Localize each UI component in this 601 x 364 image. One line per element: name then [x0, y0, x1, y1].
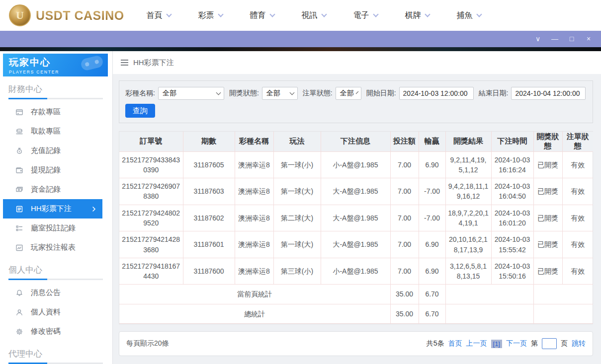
table-footer-bar: 每頁顯示20條 共5条 首页 上一页 [1] 下一页 第 页 跳转 — [119, 331, 593, 356]
draw-status-select[interactable]: 全部 — [262, 87, 298, 100]
summary-amount: 35.00 — [390, 285, 419, 304]
nav-item-slots[interactable]: 電子 — [340, 10, 391, 21]
end-date-label: 結束日期: — [479, 89, 509, 98]
chevron-right-icon — [91, 206, 96, 212]
current-page-badge[interactable]: [1] — [491, 340, 502, 348]
sidebar-item-player-bet-report[interactable]: 玩家投注報表 — [3, 238, 102, 257]
table-row: 215217279433843039031187605澳洲幸运8第一球(小)小-… — [119, 151, 593, 178]
lottery-name-select[interactable]: 全部 — [158, 87, 224, 100]
hand-money-icon — [15, 128, 23, 136]
hamburger-menu-icon[interactable] — [121, 60, 128, 66]
person-icon — [15, 308, 23, 316]
nav-item-sports[interactable]: 體育 — [236, 10, 288, 21]
col-lottery: 彩種名稱 — [235, 132, 273, 151]
col-period: 期數 — [183, 132, 235, 151]
chevron-down-icon — [425, 11, 430, 17]
nav-item-home[interactable]: 首頁 — [133, 10, 184, 21]
table-header-row: 訂單號 期數 彩種名稱 玩法 下注信息 投注額 輸贏 開獎結果 下注時間 開獎狀… — [119, 132, 593, 151]
sidebar-item-announcements[interactable]: 消息公告 — [3, 283, 102, 302]
nav-item-cards[interactable]: 棋牌 — [391, 10, 443, 21]
bets-table: 訂單號 期數 彩種名稱 玩法 下注信息 投注額 輸贏 開獎結果 下注時間 開獎狀… — [119, 132, 593, 324]
sidebar-item-withdraw[interactable]: 取款專區 — [3, 122, 102, 141]
players-center-header: 玩家中心 PLAYERS CENTER — [3, 54, 108, 76]
sidebar-item-fund-records[interactable]: 資金記錄 — [3, 180, 102, 199]
col-result: 開獎結果 — [445, 132, 491, 151]
summary-win-loss: 6.70 — [419, 285, 445, 304]
nav-item-live[interactable]: 視訊 — [288, 10, 340, 21]
chart-report-icon — [15, 244, 23, 252]
window-minimize-icon[interactable]: — — [546, 31, 563, 47]
first-page-link[interactable]: 首页 — [448, 339, 462, 348]
nav-item-fishing[interactable]: 捕魚 — [443, 10, 495, 21]
personal-menu: 消息公告 個人資料 修改密碼 — [0, 283, 112, 341]
sidebar-item-deposit[interactable]: 存款專區 — [3, 102, 102, 122]
deposit-card-icon — [15, 108, 23, 116]
brand-logo[interactable]: U USDT CASINO — [9, 4, 126, 26]
summary-label: 總統計 — [119, 304, 390, 323]
chevron-down-icon — [476, 11, 482, 17]
search-button[interactable]: 查詢 — [125, 104, 155, 118]
col-play: 玩法 — [273, 132, 321, 151]
chevron-down-icon — [269, 11, 275, 17]
col-bet-time: 下注時間 — [491, 132, 533, 151]
pagination: 共5条 首页 上一页 [1] 下一页 第 页 跳转 — [427, 338, 586, 349]
start-date-input[interactable] — [399, 87, 474, 100]
nav-item-lottery[interactable]: 彩票 — [184, 10, 236, 21]
section-agent-center: 代理中心 — [8, 349, 103, 364]
col-order-status: 注單狀態 — [562, 132, 593, 151]
jump-link[interactable]: 跳转 — [572, 339, 586, 348]
finance-menu: 存款專區 取款專區 充值記錄 提現記錄 資金記錄 — [0, 102, 112, 257]
chevron-down-icon — [289, 90, 294, 95]
table-row: 215217279426907838031187603澳洲幸运8第一球(大)大-… — [119, 178, 593, 205]
chevron-down-icon — [216, 90, 221, 95]
window-collapse-icon[interactable]: ∨ — [529, 31, 546, 47]
brand-name: USDT CASINO — [36, 8, 124, 23]
app-window: U USDT CASINO 首頁 彩票 體育 視訊 電子 棋牌 捕魚 ∨ — □… — [0, 0, 601, 364]
sidebar-item-cashout-records[interactable]: 提現記錄 — [3, 160, 102, 180]
banknotes-icon — [15, 186, 23, 194]
page-suffix-text: 页 — [561, 339, 568, 348]
sidebar: 玩家中心 PLAYERS CENTER 財務中心 存款專區 — [0, 51, 113, 364]
col-draw-status: 開獎狀態 — [533, 132, 562, 151]
checklist-icon — [15, 224, 23, 232]
sidebar-item-change-password[interactable]: 修改密碼 — [3, 322, 102, 341]
summary-amount: 35.00 — [390, 304, 419, 323]
sidebar-item-hh-lottery-bets[interactable]: HH彩票下注 — [3, 199, 102, 218]
order-status-select[interactable]: 全部 — [336, 87, 361, 100]
section-personal-center: 個人中心 — [8, 265, 103, 280]
sidebar-item-room-bet-records[interactable]: 廳室投註記錄 — [3, 218, 102, 238]
end-date-input[interactable] — [511, 87, 586, 100]
page-prefix-text: 第 — [531, 339, 538, 348]
top-navigation-bar: U USDT CASINO 首頁 彩票 體育 視訊 電子 棋牌 捕魚 — [0, 0, 601, 31]
table-row: 215217279424802952031187602澳洲幸运8第二球(大)大-… — [119, 205, 593, 231]
page-size-text: 每頁顯示20條 — [126, 339, 169, 348]
draw-status-label: 開獎狀態: — [229, 89, 259, 98]
sidebar-item-profile[interactable]: 個人資料 — [3, 302, 102, 322]
table-row: 215217279418167443031187600澳洲幸运8第三球(小)小-… — [119, 258, 593, 285]
decorative-banner-strip — [0, 47, 601, 51]
breadcrumb: HH彩票下注 — [113, 51, 601, 74]
prev-page-link[interactable]: 上一页 — [466, 339, 487, 348]
col-amount: 投注額 — [390, 132, 419, 151]
bets-table-container: 訂單號 期數 彩種名稱 玩法 下注信息 投注額 輸贏 開獎結果 下注時間 開獎狀… — [119, 131, 593, 324]
window-close-icon[interactable]: × — [580, 31, 597, 47]
wallet-icon — [15, 166, 23, 174]
bell-icon — [15, 289, 23, 297]
page-title: HH彩票下注 — [133, 58, 174, 68]
main-panel: HH彩票下注 彩種名稱: 全部 開獎狀態: — [113, 51, 601, 364]
total-summary-row: 總統計 35.00 6.70 — [119, 304, 593, 323]
chevron-down-icon — [218, 11, 223, 17]
gear-icon — [15, 328, 23, 336]
next-page-link[interactable]: 下一页 — [506, 339, 527, 348]
window-maximize-icon[interactable]: □ — [563, 31, 580, 47]
sidebar-item-recharge-records[interactable]: 充值記錄 — [3, 141, 102, 160]
lottery-name-label: 彩種名稱: — [125, 89, 155, 98]
chevron-down-icon — [166, 11, 172, 17]
main-menu: 首頁 彩票 體育 視訊 電子 棋牌 捕魚 — [133, 10, 495, 21]
page-number-input[interactable] — [542, 338, 557, 349]
total-count-text: 共5条 — [427, 339, 444, 348]
money-bag-icon — [15, 147, 23, 155]
section-finance-center: 財務中心 — [8, 84, 103, 99]
brand-coin-icon: U — [9, 4, 31, 26]
col-bet-info: 下注信息 — [321, 132, 390, 151]
